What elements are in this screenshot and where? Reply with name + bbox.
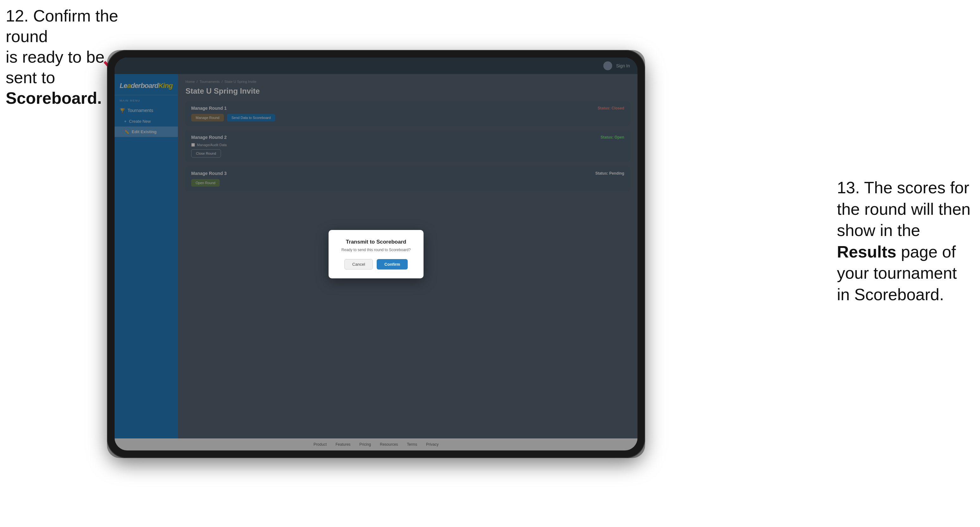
modal-box: Transmit to Scoreboard Ready to send thi… (329, 230, 423, 278)
annotation-line2: is ready to be sent to (6, 48, 105, 87)
modal-confirm-button[interactable]: Confirm (377, 259, 408, 270)
modal-title: Transmit to Scoreboard (339, 239, 414, 245)
annotation-line3: Scoreboard. (6, 89, 102, 107)
modal-subtitle: Ready to send this round to Scoreboard? (339, 248, 414, 252)
modal-overlay: Transmit to Scoreboard Ready to send thi… (115, 57, 638, 451)
tablet-frame: Sign In LeaderboardKing MAIN MENU 🏆 Tour… (107, 50, 645, 458)
modal-cancel-button[interactable]: Cancel (344, 259, 373, 270)
annotation-line1: 12. Confirm the round (6, 6, 118, 46)
modal-buttons: Cancel Confirm (339, 259, 414, 270)
annotation-right-text: 13. The scores forthe round will thensho… (837, 178, 970, 304)
tablet-screen: Sign In LeaderboardKing MAIN MENU 🏆 Tour… (115, 57, 638, 451)
annotation-right: 13. The scores forthe round will thensho… (837, 177, 970, 306)
